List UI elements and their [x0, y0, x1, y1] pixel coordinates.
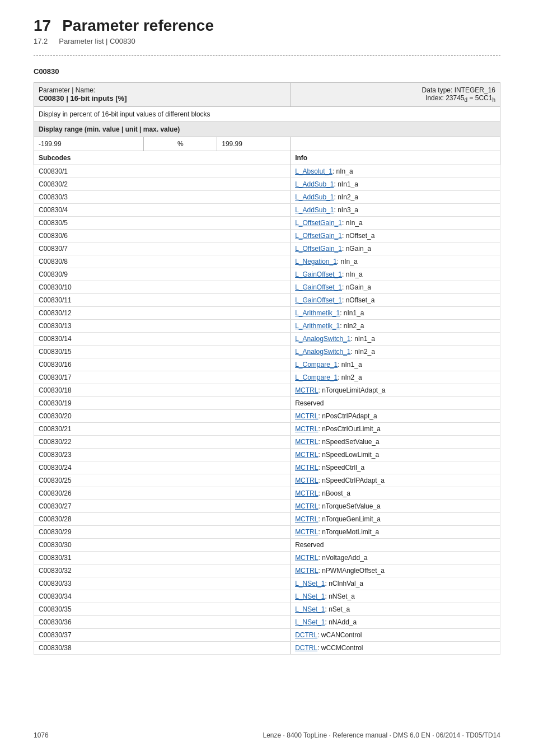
info-link[interactable]: L_Absolut_1: [295, 167, 332, 175]
info-cell: L_Absolut_1: nIn_a: [291, 165, 500, 178]
param-label: Parameter | Name:: [39, 86, 285, 94]
info-rest: : nTorqueMotLimit_a: [318, 528, 379, 536]
info-link[interactable]: L_AddSub_1: [295, 180, 334, 188]
info-cell: MCTRL: nTorqueLimitAdapt_a: [291, 384, 500, 397]
info-cell: MCTRL: nSpeedCtrlPAdapt_a: [291, 474, 500, 487]
info-cell: Reserved: [291, 539, 500, 552]
subcode-cell: C00830/36: [34, 616, 291, 629]
info-link[interactable]: L_GainOffset_1: [295, 283, 342, 291]
info-rest: : wCCMControl: [317, 644, 363, 652]
table-row: C00830/32MCTRL: nPWMAngleOffset_a: [34, 564, 500, 577]
divider: [34, 55, 500, 56]
table-row: C00830/6L_OffsetGain_1: nOffset_a: [34, 230, 500, 242]
info-link[interactable]: L_AddSub_1: [295, 193, 334, 201]
info-rest: : nSpeedLowLimit_a: [318, 451, 379, 459]
info-link[interactable]: L_Compare_1: [295, 374, 338, 381]
info-rest: : nTorqueSetValue_a: [318, 502, 380, 510]
subcode-cell: C00830/13: [34, 320, 291, 333]
subcode-cell: C00830/1: [34, 165, 291, 178]
subcode-cell: C00830/14: [34, 333, 291, 346]
info-link[interactable]: MCTRL: [295, 425, 318, 433]
subcode-cell: C00830/12: [34, 307, 291, 320]
info-link[interactable]: L_Arithmetik_1: [295, 309, 340, 317]
subcode-cell: C00830/28: [34, 513, 291, 526]
table-row: C00830/37DCTRL: wCANControl: [34, 629, 500, 642]
info-cell: L_AnalogSwitch_1: nIn2_a: [291, 346, 500, 358]
info-rest: : nIn3_a: [334, 206, 358, 214]
info-link[interactable]: L_OffsetGain_1: [295, 232, 342, 240]
info-link[interactable]: L_AddSub_1: [295, 206, 334, 214]
subcode-cell: C00830/2: [34, 178, 291, 191]
info-link[interactable]: MCTRL: [295, 502, 318, 510]
info-cell: L_OffsetGain_1: nOffset_a: [291, 230, 500, 242]
info-link[interactable]: L_NSet_1: [295, 592, 325, 600]
subcode-cell: C00830/34: [34, 590, 291, 603]
subcode-cell: C00830/33: [34, 577, 291, 590]
info-link[interactable]: MCTRL: [295, 489, 318, 497]
info-link[interactable]: L_Negation_1: [295, 258, 337, 265]
subcode-cell: C00830/23: [34, 449, 291, 461]
subcode-cell: C00830/19: [34, 397, 291, 410]
info-cell: L_Arithmetik_1: nIn2_a: [291, 320, 500, 333]
info-link[interactable]: L_NSet_1: [295, 580, 325, 587]
info-rest: : nPosCtrIPAdapt_a: [318, 412, 377, 420]
info-link[interactable]: DCTRL: [295, 644, 317, 652]
info-link[interactable]: L_GainOffset_1: [295, 296, 342, 304]
info-link[interactable]: MCTRL: [295, 412, 318, 420]
param-name-cell: Parameter | Name: C00830 | 16-bit inputs…: [34, 83, 291, 107]
info-link[interactable]: MCTRL: [295, 438, 318, 446]
table-row: C00830/14L_AnalogSwitch_1: nIn1_a: [34, 333, 500, 346]
table-row: C00830/7L_OffsetGain_1: nGain_a: [34, 242, 500, 255]
table-row: C00830/23MCTRL: nSpeedLowLimit_a: [34, 449, 500, 461]
subcode-cell: C00830/30: [34, 539, 291, 552]
info-link[interactable]: MCTRL: [295, 554, 318, 562]
info-cell: DCTRL: wCCMControl: [291, 642, 500, 655]
range-max: 199.99: [217, 137, 291, 151]
info-link[interactable]: L_Arithmetik_1: [295, 322, 340, 330]
table-row: C00830/12L_Arithmetik_1: nIn1_a: [34, 307, 500, 320]
table-row: C00830/30Reserved: [34, 539, 500, 552]
subcode-cell: C00830/6: [34, 230, 291, 242]
range-min: -199.99: [34, 137, 144, 151]
info-cell: MCTRL: nVoltageAdd_a: [291, 552, 500, 564]
info-cell: MCTRL: nSpeedSetValue_a: [291, 436, 500, 449]
info-link[interactable]: MCTRL: [295, 464, 318, 472]
info-link[interactable]: L_Compare_1: [295, 361, 338, 368]
info-link[interactable]: DCTRL: [295, 631, 317, 639]
info-rest: : nIn2_a: [351, 348, 375, 356]
info-cell: L_AddSub_1: nIn1_a: [291, 178, 500, 191]
info-link[interactable]: L_OffsetGain_1: [295, 245, 342, 253]
info-cell: MCTRL: nTorqueGenLimit_a: [291, 513, 500, 526]
subcode-cell: C00830/8: [34, 255, 291, 268]
subcode-cell: C00830/3: [34, 191, 291, 204]
info-link[interactable]: MCTRL: [295, 567, 318, 575]
info-link[interactable]: L_AnalogSwitch_1: [295, 335, 350, 343]
info-link[interactable]: L_AnalogSwitch_1: [295, 348, 350, 356]
info-link[interactable]: L_GainOffset_1: [295, 270, 342, 278]
subcode-cell: C00830/35: [34, 603, 291, 616]
info-link[interactable]: MCTRL: [295, 386, 318, 394]
info-rest: : nIn1_a: [351, 335, 375, 343]
info-rest: : nIn2_a: [340, 322, 364, 330]
table-row: C00830/33L_NSet_1: nCInhVal_a: [34, 577, 500, 590]
info-link[interactable]: L_NSet_1: [295, 618, 325, 626]
table-row: C00830/22MCTRL: nSpeedSetValue_a: [34, 436, 500, 449]
info-rest: : nSpeedSetValue_a: [318, 438, 379, 446]
info-rest: : nIn2_a: [338, 374, 362, 381]
info-link[interactable]: L_OffsetGain_1: [295, 219, 342, 227]
info-cell: L_Compare_1: nIn1_a: [291, 358, 500, 371]
info-link[interactable]: L_NSet_1: [295, 605, 325, 613]
info-link[interactable]: MCTRL: [295, 515, 318, 523]
info-cell: MCTRL: nPosCtrIOutLimit_a: [291, 423, 500, 436]
table-row: C00830/35L_NSet_1: nSet_a: [34, 603, 500, 616]
info-cell: L_NSet_1: nNAdd_a: [291, 616, 500, 629]
info-link[interactable]: MCTRL: [295, 528, 318, 536]
info-link[interactable]: MCTRL: [295, 477, 318, 484]
info-rest: : nSpeedCtrlPAdapt_a: [318, 477, 385, 484]
info-cell: MCTRL: nSpeedCtrll_a: [291, 461, 500, 474]
subcodes-info-header-row: Subcodes Info: [34, 151, 500, 165]
info-cell: MCTRL: nTorqueMotLimit_a: [291, 526, 500, 539]
display-range-label: Display range (min. value | unit | max. …: [34, 122, 500, 137]
info-rest: : nVoltageAdd_a: [318, 554, 367, 562]
info-link[interactable]: MCTRL: [295, 451, 318, 459]
